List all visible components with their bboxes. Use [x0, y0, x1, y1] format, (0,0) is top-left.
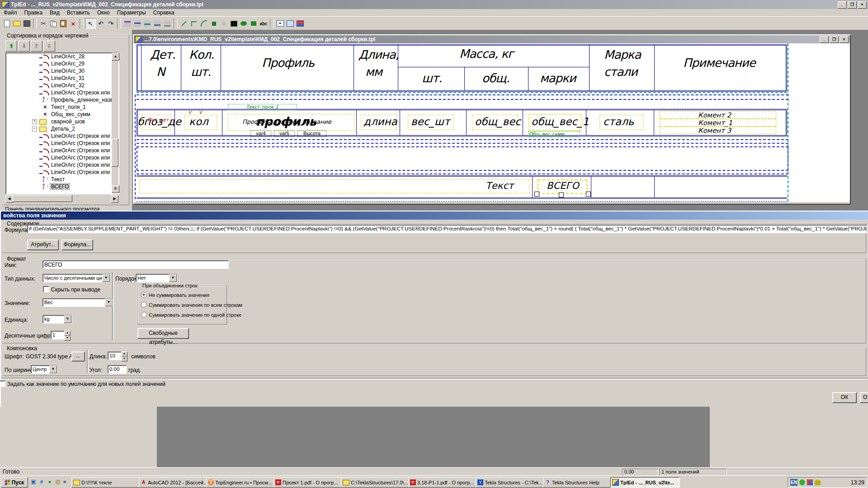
- scroll-right-icon[interactable]: ▶: [111, 195, 118, 203]
- field-var4[interactable]: var4: [250, 130, 271, 137]
- font-button[interactable]: ...: [71, 352, 85, 361]
- angle-input[interactable]: 0.00: [108, 365, 127, 374]
- taskbar-button[interactable]: TplEd - ..._RUS_v2\te...: [610, 477, 680, 488]
- ok-button[interactable]: ОК: [832, 392, 857, 403]
- formula-input[interactable]: if (GetValue("ASSEMBLY.SUPPLEMENT_PART_W…: [27, 225, 867, 233]
- arc-tool-icon[interactable]: [199, 19, 209, 28]
- tree-item[interactable]: +сварной_шов: [6, 118, 119, 125]
- formula-button[interactable]: Формула...: [61, 239, 93, 250]
- value-field-icon[interactable]: [275, 19, 285, 28]
- square-tool-icon[interactable]: [249, 19, 259, 28]
- row-header-icon[interactable]: [132, 19, 142, 28]
- tree-item[interactable]: AZ↓Профель_длинное_назва: [6, 96, 119, 103]
- taskbar-button[interactable]: TTopEngineer.ru • Просм...: [206, 477, 276, 488]
- label-field-icon[interactable]: [285, 19, 295, 28]
- tree-expander-icon[interactable]: +: [32, 119, 37, 124]
- chevron-down-icon[interactable]: ▼: [102, 274, 110, 282]
- chevron-down-icon[interactable]: ▼: [105, 299, 113, 306]
- window-titlebar[interactable]: TplEd - ..._RUS_v2\template\КМД_002_Спец…: [0, 0, 868, 9]
- close-icon[interactable]: ×: [858, 1, 867, 9]
- doc-restore-icon[interactable]: ❐: [830, 36, 839, 43]
- tree-item[interactable]: LineOrArc (Отрезок или ду: [6, 89, 119, 96]
- template-field-icon[interactable]: [295, 19, 305, 28]
- tree-item[interactable]: LineOrArc_28: [6, 53, 119, 60]
- quicklaunch-folder-icon[interactable]: ▤: [54, 478, 61, 485]
- template-tree[interactable]: LineOrArc_28LineOrArc_29LineOrArc_30Line…: [5, 52, 119, 194]
- line-tool-icon[interactable]: [179, 19, 189, 28]
- tree-item[interactable]: −Деталь_2: [6, 125, 119, 132]
- menu-6[interactable]: Справка: [150, 9, 178, 16]
- tree-hscrollbar[interactable]: ◀ ▶: [5, 195, 118, 202]
- profile-tag-field[interactable]: Текст_поля_1: [228, 104, 297, 110]
- hide-checkbox[interactable]: [43, 286, 49, 292]
- cancel-button[interactable]: От: [860, 392, 868, 403]
- language-indicator[interactable]: EN: [790, 479, 797, 486]
- tree-item[interactable]: ×Общ_вес_сумм: [6, 111, 119, 118]
- move-bottom-button[interactable]: ⇩: [43, 41, 55, 52]
- tree-expander-icon[interactable]: −: [32, 127, 37, 131]
- circle-tool-icon[interactable]: ○: [219, 19, 229, 28]
- set-default-checkbox[interactable]: [0, 380, 5, 387]
- tray-antivirus-icon[interactable]: [799, 479, 805, 485]
- decimals-input[interactable]: 1: [51, 331, 66, 339]
- undo-icon[interactable]: ↶: [96, 19, 106, 28]
- tree-item[interactable]: LineOrArc_30: [6, 67, 119, 75]
- tree-item[interactable]: ×Текст_поля_1: [6, 103, 119, 111]
- quicklaunch-ie-icon[interactable]: e: [38, 478, 45, 485]
- menu-3[interactable]: Вставить: [63, 9, 94, 16]
- move-down-button[interactable]: ⬇: [18, 41, 30, 52]
- datatype-select[interactable]: Число с десятичными цифрами ▼: [42, 274, 110, 282]
- dialog-titlebar[interactable]: войства поля значения: [1, 211, 868, 220]
- copy-icon[interactable]: [48, 19, 58, 28]
- vscroll-thumb[interactable]: [112, 139, 118, 167]
- spin-up-icon[interactable]: ▲: [64, 331, 71, 336]
- redo-icon[interactable]: ↷: [106, 19, 116, 28]
- row-footer-icon[interactable]: [152, 19, 162, 28]
- tree-item[interactable]: LineOrArc_31: [6, 75, 119, 82]
- text-tool-icon[interactable]: abc: [259, 19, 269, 28]
- hscroll-thumb[interactable]: [13, 195, 72, 202]
- taskbar-button[interactable]: ?Tekla Structures Help: [543, 477, 613, 488]
- quicklaunch-desktop-icon[interactable]: ▣: [30, 478, 37, 485]
- move-up-button[interactable]: ⬆: [5, 41, 17, 52]
- tree-item[interactable]: LineOrArc (Отрезок или ду: [6, 132, 119, 140]
- paste-icon[interactable]: [58, 19, 68, 28]
- menu-4[interactable]: Окно: [94, 9, 113, 16]
- field-text[interactable]: [139, 179, 530, 193]
- taskbar-button[interactable]: TTekla Structures - C:\Tek...: [476, 477, 545, 488]
- new-icon[interactable]: [2, 19, 12, 28]
- merge-sum-row-radio[interactable]: [141, 312, 147, 318]
- taskbar-button[interactable]: PПроект 1.pdf - О прогр...: [274, 477, 343, 488]
- tray-app-icon[interactable]: [807, 479, 813, 485]
- ellipse-tool-icon[interactable]: [239, 19, 249, 28]
- length-spinner[interactable]: ▲▼: [121, 352, 127, 361]
- open-icon[interactable]: [12, 19, 22, 28]
- chevron-down-icon[interactable]: ▼: [64, 315, 71, 323]
- menu-0[interactable]: Файл: [0, 9, 21, 16]
- scroll-up-icon[interactable]: ▲: [112, 53, 119, 61]
- delete-icon[interactable]: ×: [68, 19, 78, 28]
- tree-item[interactable]: LineOrArc (Отрезок или ду: [6, 154, 119, 161]
- row-rule-icon[interactable]: [162, 19, 172, 28]
- order-select[interactable]: Нет ▼: [136, 274, 177, 282]
- minimize-icon[interactable]: _: [838, 1, 847, 9]
- filled-rect-tool-icon[interactable]: [209, 19, 219, 28]
- spin-down-icon[interactable]: ▼: [64, 336, 71, 341]
- rectangle-tool-icon[interactable]: [229, 19, 239, 28]
- tray-shield-icon[interactable]: [815, 479, 821, 485]
- tree-item[interactable]: LineOrArc_29: [6, 60, 119, 67]
- tree-item[interactable]: LineOrArc (Отрезок или ду: [6, 169, 119, 176]
- move-top-button[interactable]: ⇧: [31, 41, 42, 52]
- doc-minimize-icon[interactable]: _: [820, 36, 829, 43]
- decimals-spinner[interactable]: ▲▼: [64, 331, 71, 341]
- attribute-button[interactable]: Атрибут...: [27, 239, 59, 250]
- tree-item[interactable]: LineOrArc_32: [6, 82, 119, 89]
- merge-sum-all-radio[interactable]: [141, 302, 147, 308]
- template-canvas[interactable]: Дет. N Кол. шт. Профиль Длина, мм Масса,…: [134, 43, 850, 202]
- select-tool-icon[interactable]: ↖: [85, 18, 96, 29]
- weight-sum-tag-field[interactable]: Общ_вес_сумм: [528, 131, 580, 137]
- selection-handle[interactable]: [534, 192, 539, 197]
- width-select[interactable]: Центр ▼: [31, 365, 57, 374]
- menu-2[interactable]: Вид: [46, 9, 63, 16]
- selection-handle[interactable]: [586, 192, 591, 197]
